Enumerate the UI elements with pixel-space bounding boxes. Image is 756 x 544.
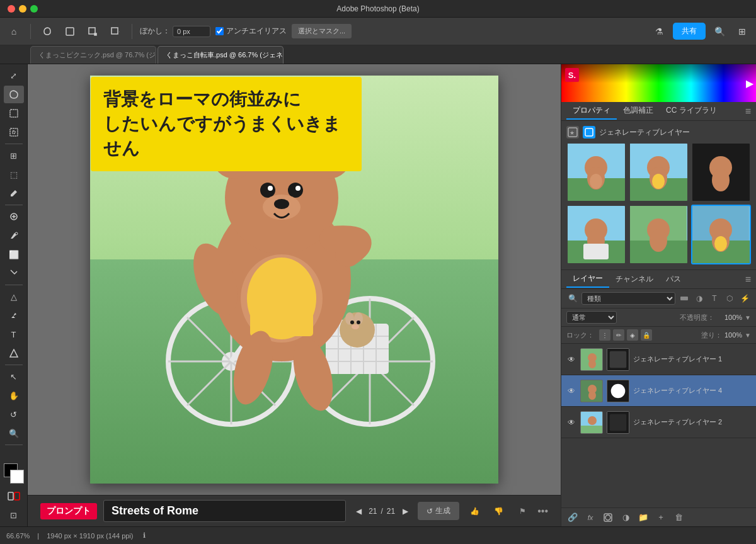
add-icon[interactable]: + [106,23,124,40]
antialias-checkbox[interactable] [215,27,224,35]
select-rect-icon[interactable] [61,23,79,40]
layer-item-3[interactable]: 👁 ジェネレーティブレイヤー 2 [561,407,756,438]
lasso-icon[interactable] [38,23,56,40]
layer-thumb-1 [580,348,603,371]
prompt-input[interactable]: Streets of Rome [103,500,346,522]
pan-tool[interactable]: ✋ [4,387,24,404]
thumb-5[interactable] [629,205,689,264]
thumb-1[interactable] [566,142,626,202]
crop-tool[interactable]: ⊞ [4,147,24,164]
prev-arrow[interactable]: ◀ [352,505,365,518]
select-tool[interactable] [4,105,24,122]
search-icon[interactable]: 🔍 [711,23,728,40]
move-tool[interactable]: ⤢ [4,67,24,84]
spot-heal-tool[interactable] [4,208,24,225]
status-bar-icon[interactable]: ℹ [143,531,146,540]
select2-tool[interactable] [4,123,24,141]
lasso-tool[interactable] [4,86,24,103]
generate-button[interactable]: ↺ 生成 [418,502,459,520]
tab-cc-library[interactable]: CC ライブラリ [660,103,723,120]
layer-lock: ロック： ⋮ ✏ ◈ 🔒 塗り： 100% ▼ [561,327,756,344]
new-layer-icon[interactable]: + [655,511,667,524]
layer-vis-3[interactable]: 👁 [566,417,576,428]
blur-tool[interactable]: △ [4,288,24,305]
generate-label: 生成 [435,506,450,516]
fill-arrow[interactable]: ▼ [745,332,751,339]
tab-paths[interactable]: パス [660,271,687,287]
minimize-button[interactable] [19,5,26,13]
blur-input[interactable] [173,26,210,37]
canvas-container[interactable]: 背景をローマの街並みに したいんですがうまくいきません [28,64,561,495]
pixel-filter-icon[interactable] [678,292,690,305]
opacity-arrow[interactable]: ▼ [745,314,751,321]
layer-item-2[interactable]: 👁 ジェネレーティブレイヤー 4 [561,375,756,407]
layer-vis-2[interactable]: 👁 [566,386,576,396]
lock-artboard[interactable]: ◈ [627,329,638,341]
tab-bicycle[interactable]: くまっこ自転車.psd @ 66.7% (ジェネレーティブレイヤー 3, RGB… [158,46,284,64]
fx-icon[interactable]: fx [584,511,597,524]
mask-icon[interactable] [602,511,614,524]
blend-mode-select[interactable]: 通常 [566,311,617,324]
thumbs-up[interactable]: 👍 [466,502,483,520]
text-tool[interactable]: T [4,326,24,343]
thumb-4[interactable] [566,205,626,264]
adjustment-icon[interactable]: ◑ [619,511,632,524]
fill-tool[interactable] [4,264,24,282]
svg-point-63 [274,199,289,209]
layout-icon[interactable]: ⊞ [733,23,751,40]
opacity-value: 100% [717,314,742,321]
svg-rect-87 [583,244,609,259]
layer-blend: 通常 不透明度： 100% ▼ [561,309,756,327]
thumbs-down[interactable]: 👎 [490,502,507,520]
thumb-3[interactable] [691,142,751,202]
frame-tool[interactable]: ⬚ [4,166,24,183]
layer-vis-1[interactable]: 👁 [566,354,576,365]
screen-mode[interactable]: ⊡ [4,506,24,524]
tab-layers[interactable]: レイヤー [566,271,609,288]
prop-tab-more[interactable]: ≡ [745,106,751,117]
zoom-level: 66.67% [6,532,30,540]
share-button[interactable]: 共有 [673,23,706,40]
adjust-filter-icon[interactable]: ◑ [693,292,706,305]
flag-icon[interactable]: ⚑ [513,502,531,520]
select-mask-button[interactable]: 選択とマスク... [292,24,352,38]
color-squares[interactable] [4,463,24,484]
folder-icon[interactable]: 📁 [637,511,650,524]
tab-picnic[interactable]: くまっこピクニック.psd @ 76.7% (ジェネレーティブレ... ✕ [30,46,156,64]
home-icon[interactable]: ⌂ [5,23,23,40]
smart-filter-icon[interactable]: ⚡ [738,292,751,305]
brush-tool[interactable] [4,227,24,244]
tab-adjustments[interactable]: 色調補正 [617,103,660,120]
color-arrow[interactable]: ▶ [746,77,753,89]
maximize-button[interactable] [30,5,38,13]
mask-mode[interactable] [4,487,24,505]
tab-channels[interactable]: チャンネル [609,271,660,287]
close-button[interactable] [8,5,15,13]
eraser-tool[interactable]: ⬜ [4,246,24,263]
link-icon[interactable]: 🔗 [566,511,579,524]
filter-search-icon[interactable]: 🔍 [566,292,579,305]
lock-pixel[interactable]: ⋮ [599,329,610,341]
kind-filter-select[interactable]: 種類 [581,292,675,305]
thumb-2[interactable] [629,142,689,202]
lock-all[interactable]: 🔒 [641,329,652,341]
background-color[interactable] [10,470,24,484]
thumb-6[interactable] [691,205,751,264]
layer-item-1[interactable]: 👁 ジェネレーティブレイヤー 1 [561,344,756,375]
layer-panel-more[interactable]: ≡ [745,274,751,285]
shape-tool[interactable] [4,344,24,362]
tab-properties[interactable]: プロパティ [566,103,617,120]
pen-tool[interactable] [4,307,24,324]
eyedrop-tool[interactable] [4,184,24,202]
arrow-tool[interactable]: ↖ [4,368,24,385]
zoom-tool[interactable]: 🔍 [4,424,24,442]
lock-position[interactable]: ✏ [613,329,624,341]
rotate-tool[interactable]: ↺ [4,405,24,423]
transform-icon[interactable] [84,23,101,40]
shape-filter-icon[interactable]: ⬡ [723,292,736,305]
text-filter-icon[interactable]: T [708,292,721,305]
experiment-icon[interactable]: ⚗ [650,23,668,40]
more-options[interactable]: ••• [537,506,548,517]
delete-layer-icon[interactable]: 🗑 [672,511,685,524]
next-arrow[interactable]: ▶ [399,505,411,518]
